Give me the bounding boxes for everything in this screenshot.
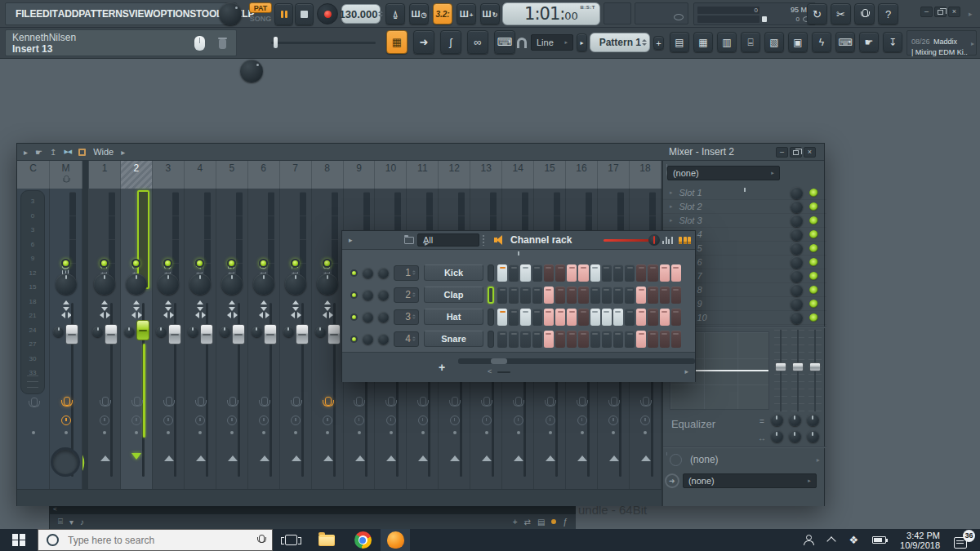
step-5[interactable] bbox=[544, 331, 554, 348]
mixer-view-mode[interactable]: Wide bbox=[93, 147, 114, 157]
channel-button[interactable]: Snare bbox=[424, 331, 483, 347]
eq-freq-knob-2[interactable] bbox=[789, 414, 801, 426]
latency-clock-icon[interactable] bbox=[640, 415, 650, 425]
help-button[interactable]: ? bbox=[878, 3, 898, 24]
search-input[interactable] bbox=[66, 534, 229, 547]
channel-rack-button[interactable]: ▥ bbox=[717, 32, 737, 52]
channel-number[interactable]: 2 bbox=[394, 287, 419, 303]
main-pitch-slider[interactable] bbox=[271, 42, 376, 44]
channel-pan-knob[interactable] bbox=[363, 334, 373, 344]
pan-arrows[interactable] bbox=[195, 312, 206, 319]
step-2[interactable] bbox=[509, 264, 519, 282]
step-13[interactable] bbox=[636, 331, 646, 348]
eq-width-knob-1[interactable] bbox=[771, 430, 783, 442]
mixer-track-header-C[interactable]: C bbox=[17, 161, 50, 189]
mixer-track-header-M[interactable]: M bbox=[50, 161, 82, 189]
stereo-sep-arrows[interactable] bbox=[101, 300, 109, 311]
channel-button[interactable]: Hat bbox=[424, 309, 483, 325]
arm-mic-icon[interactable] bbox=[385, 397, 396, 409]
typing-to-piano-button[interactable]: ↻ bbox=[807, 3, 827, 24]
step-1[interactable] bbox=[497, 331, 507, 348]
aux-knob[interactable] bbox=[156, 327, 167, 337]
channel-button[interactable]: Clap bbox=[424, 287, 483, 303]
piano-roll-button[interactable]: ▦ bbox=[693, 32, 713, 52]
stereo-sep-arrows[interactable] bbox=[197, 300, 204, 311]
menu-item-edit[interactable]: EDIT bbox=[36, 8, 58, 20]
mixer-track-C[interactable]: C303691215182124273033 bbox=[17, 161, 50, 489]
mixer-track-header-7[interactable]: 7 bbox=[280, 161, 312, 189]
latency-clock-icon[interactable] bbox=[195, 415, 205, 425]
step-4[interactable] bbox=[532, 264, 542, 282]
latency-clock-icon[interactable] bbox=[514, 415, 523, 425]
channel-button[interactable]: Kick bbox=[424, 264, 483, 281]
route-up-arrow[interactable] bbox=[641, 455, 651, 461]
tray-clock[interactable]: 3:42 PM 10/9/2018 bbox=[900, 531, 940, 550]
step-6[interactable] bbox=[555, 331, 565, 348]
route-up-arrow[interactable] bbox=[514, 455, 523, 461]
route-up-arrow[interactable] bbox=[418, 455, 428, 461]
slot-mix-knob[interactable] bbox=[791, 256, 803, 269]
menu-item-file[interactable]: FILE bbox=[16, 8, 36, 20]
mixer-minimize-button[interactable]: – bbox=[776, 147, 788, 158]
slot-enable-led[interactable] bbox=[809, 202, 818, 211]
step-14[interactable] bbox=[648, 264, 657, 282]
cortana-icon[interactable] bbox=[47, 534, 59, 546]
step-12[interactable] bbox=[625, 309, 635, 326]
eq-freq-knob-3[interactable] bbox=[807, 414, 819, 426]
tray-chevron-icon[interactable] bbox=[827, 536, 836, 545]
pan-knob[interactable] bbox=[158, 273, 179, 295]
slot-mix-knob[interactable] bbox=[791, 215, 803, 227]
arm-mic-icon[interactable] bbox=[354, 397, 364, 409]
step-10[interactable] bbox=[602, 287, 612, 304]
volume-fader[interactable] bbox=[65, 324, 78, 344]
stereo-sep-arrows[interactable] bbox=[133, 300, 140, 311]
step-3[interactable] bbox=[520, 287, 530, 304]
mixer-track-header-9[interactable]: 9 bbox=[344, 161, 376, 189]
arm-mic-icon[interactable] bbox=[259, 397, 270, 409]
slot-mix-knob[interactable] bbox=[791, 284, 803, 296]
mixer-track-8[interactable]: 8Insert 8 bbox=[312, 161, 344, 489]
channel-enable-led[interactable] bbox=[350, 291, 358, 299]
step-11[interactable] bbox=[613, 264, 623, 282]
stop-button[interactable] bbox=[295, 3, 314, 25]
mixer-close-button[interactable]: × bbox=[804, 147, 816, 158]
pan-arrows[interactable] bbox=[131, 312, 142, 319]
aux-knob[interactable] bbox=[124, 327, 135, 337]
route-up-arrow[interactable] bbox=[482, 455, 492, 461]
channel-number[interactable]: 4 bbox=[394, 331, 419, 347]
mixer-track-5[interactable]: 5Insert 5 bbox=[216, 161, 248, 489]
channel-selector[interactable] bbox=[488, 287, 494, 304]
touch-controller-button[interactable]: ☛ bbox=[859, 32, 879, 52]
snap-selector[interactable]: Line▸ bbox=[531, 34, 573, 51]
mixer-track-header-14[interactable]: 14 bbox=[502, 161, 534, 189]
slot-enable-led[interactable] bbox=[809, 313, 818, 322]
mute-led[interactable] bbox=[131, 259, 140, 268]
volume-fader[interactable] bbox=[200, 324, 213, 344]
route-up-arrow[interactable] bbox=[355, 455, 365, 461]
toolbar-overflow-arrow[interactable]: ▸ bbox=[969, 10, 973, 18]
volume-fader[interactable] bbox=[296, 324, 309, 344]
step-5[interactable] bbox=[544, 287, 554, 304]
step-8[interactable] bbox=[578, 264, 588, 282]
arm-mic-icon[interactable] bbox=[291, 397, 301, 409]
mute-led[interactable] bbox=[227, 259, 236, 268]
battery-icon[interactable] bbox=[872, 536, 886, 544]
channel-number[interactable]: 1 bbox=[394, 265, 419, 281]
step-10[interactable] bbox=[602, 331, 612, 348]
arm-mic-icon[interactable] bbox=[513, 397, 523, 409]
channel-pan-knob[interactable] bbox=[363, 290, 373, 300]
eq-low-handle[interactable] bbox=[775, 362, 786, 371]
slot-enable-led[interactable] bbox=[809, 216, 818, 225]
aux-knob[interactable] bbox=[188, 327, 198, 337]
browser-button[interactable]: ▧ bbox=[764, 32, 784, 52]
restore-button[interactable] bbox=[934, 7, 947, 17]
pan-arrows[interactable] bbox=[259, 312, 270, 319]
chevron-right-icon[interactable]: ▸ bbox=[817, 456, 820, 464]
fl-studio-taskbar-button[interactable] bbox=[381, 529, 410, 551]
arm-mic-icon[interactable] bbox=[608, 397, 619, 409]
eq-width-knob-2[interactable] bbox=[789, 430, 801, 442]
step-11[interactable] bbox=[613, 331, 623, 348]
aux-knob[interactable] bbox=[252, 327, 262, 337]
channel-volume-knob[interactable] bbox=[378, 290, 389, 300]
pan-knob[interactable] bbox=[126, 273, 147, 295]
